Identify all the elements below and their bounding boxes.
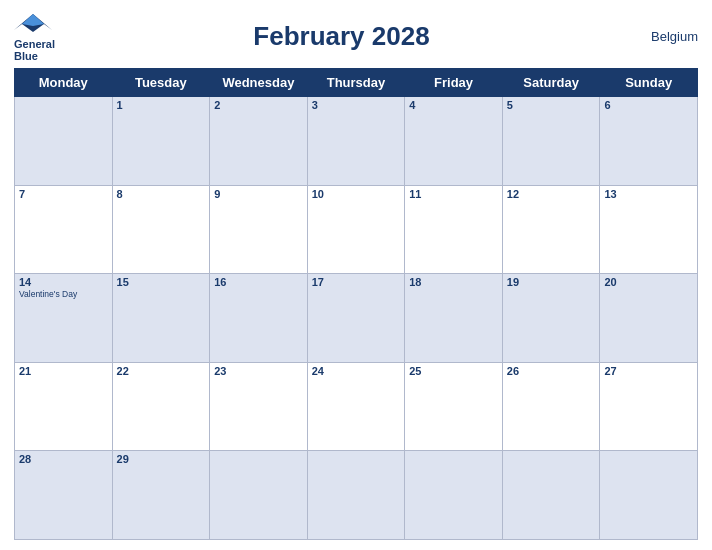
day-number: 8 — [117, 188, 206, 200]
calendar-cell: 20 — [600, 274, 698, 363]
day-number: 23 — [214, 365, 303, 377]
col-tuesday: Tuesday — [112, 69, 210, 97]
calendar-cell — [405, 451, 503, 540]
day-number: 17 — [312, 276, 401, 288]
col-thursday: Thursday — [307, 69, 405, 97]
day-number: 4 — [409, 99, 498, 111]
day-number: 11 — [409, 188, 498, 200]
calendar-cell: 27 — [600, 362, 698, 451]
calendar-cell: 15 — [112, 274, 210, 363]
logo-icon — [14, 10, 52, 38]
logo: General Blue — [14, 10, 55, 62]
calendar-cell: 10 — [307, 185, 405, 274]
day-number: 12 — [507, 188, 596, 200]
calendar-cell: 28 — [15, 451, 113, 540]
calendar-cell: 18 — [405, 274, 503, 363]
calendar-row-3: 14Valentine's Day151617181920 — [15, 274, 698, 363]
calendar-cell: 2 — [210, 97, 308, 186]
country-label: Belgium — [628, 29, 698, 44]
day-number: 6 — [604, 99, 693, 111]
day-number: 2 — [214, 99, 303, 111]
day-number: 9 — [214, 188, 303, 200]
calendar-cell: 9 — [210, 185, 308, 274]
day-number: 10 — [312, 188, 401, 200]
day-number: 1 — [117, 99, 206, 111]
calendar-table: Monday Tuesday Wednesday Thursday Friday… — [14, 68, 698, 540]
day-number: 3 — [312, 99, 401, 111]
calendar-cell — [600, 451, 698, 540]
calendar-row-4: 21222324252627 — [15, 362, 698, 451]
calendar-title: February 2028 — [55, 21, 628, 52]
calendar-cell: 21 — [15, 362, 113, 451]
calendar-cell: 16 — [210, 274, 308, 363]
day-number: 28 — [19, 453, 108, 465]
calendar-header: General Blue February 2028 Belgium — [14, 10, 698, 68]
day-number: 13 — [604, 188, 693, 200]
col-sunday: Sunday — [600, 69, 698, 97]
calendar-cell — [15, 97, 113, 186]
col-monday: Monday — [15, 69, 113, 97]
day-number: 14 — [19, 276, 108, 288]
calendar-row-2: 78910111213 — [15, 185, 698, 274]
calendar-cell: 22 — [112, 362, 210, 451]
day-number: 18 — [409, 276, 498, 288]
logo-text: General Blue — [14, 38, 55, 62]
calendar-cell: 3 — [307, 97, 405, 186]
calendar-cell: 14Valentine's Day — [15, 274, 113, 363]
calendar-cell: 23 — [210, 362, 308, 451]
calendar-row-1: 123456 — [15, 97, 698, 186]
day-number: 27 — [604, 365, 693, 377]
calendar-cell: 17 — [307, 274, 405, 363]
calendar-cell: 26 — [502, 362, 600, 451]
day-number: 22 — [117, 365, 206, 377]
calendar-cell: 29 — [112, 451, 210, 540]
calendar-cell: 6 — [600, 97, 698, 186]
calendar-cell: 5 — [502, 97, 600, 186]
calendar-cell: 13 — [600, 185, 698, 274]
event-label: Valentine's Day — [19, 289, 108, 299]
calendar-cell — [210, 451, 308, 540]
calendar-cell: 7 — [15, 185, 113, 274]
calendar-cell: 25 — [405, 362, 503, 451]
calendar-cell: 11 — [405, 185, 503, 274]
day-number: 21 — [19, 365, 108, 377]
calendar-cell — [307, 451, 405, 540]
day-number: 20 — [604, 276, 693, 288]
col-wednesday: Wednesday — [210, 69, 308, 97]
day-number: 26 — [507, 365, 596, 377]
logo-line1: General — [14, 38, 55, 50]
calendar-cell: 24 — [307, 362, 405, 451]
calendar-cell: 4 — [405, 97, 503, 186]
calendar-cell: 1 — [112, 97, 210, 186]
calendar-cell — [502, 451, 600, 540]
col-friday: Friday — [405, 69, 503, 97]
day-number: 19 — [507, 276, 596, 288]
calendar-cell: 19 — [502, 274, 600, 363]
logo-line2: Blue — [14, 50, 38, 62]
svg-marker-1 — [22, 14, 44, 26]
day-number: 5 — [507, 99, 596, 111]
calendar-header-row: Monday Tuesday Wednesday Thursday Friday… — [15, 69, 698, 97]
day-number: 25 — [409, 365, 498, 377]
calendar-row-5: 2829 — [15, 451, 698, 540]
day-number: 15 — [117, 276, 206, 288]
calendar-cell: 8 — [112, 185, 210, 274]
col-saturday: Saturday — [502, 69, 600, 97]
day-number: 16 — [214, 276, 303, 288]
calendar-cell: 12 — [502, 185, 600, 274]
day-number: 24 — [312, 365, 401, 377]
day-number: 7 — [19, 188, 108, 200]
day-number: 29 — [117, 453, 206, 465]
